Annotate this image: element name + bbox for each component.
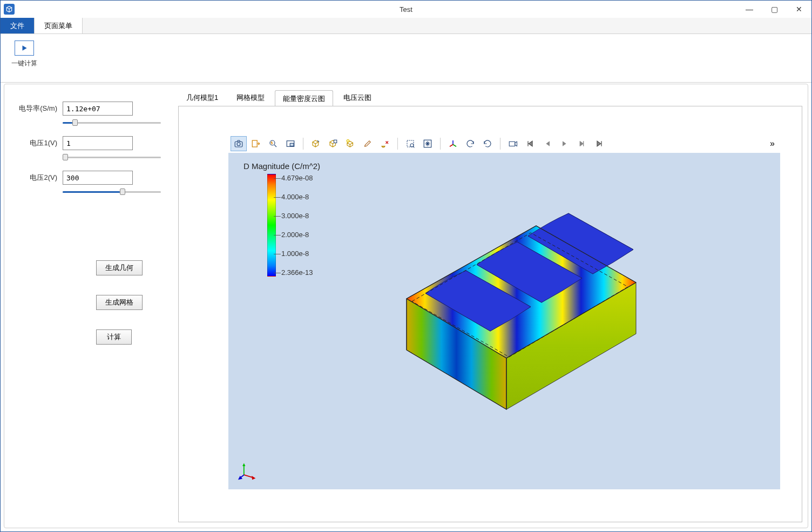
legend-tick: 4.679e-08 — [281, 174, 313, 182]
voltage2-slider[interactable] — [63, 188, 161, 196]
toolbar-separator — [397, 138, 398, 150]
box-edit-icon[interactable] — [308, 136, 324, 151]
svg-rect-6 — [334, 140, 337, 143]
legend-tick: 4.000e-8 — [281, 193, 313, 201]
window-title: Test — [400, 5, 412, 14]
skip-start-icon[interactable] — [522, 136, 538, 151]
rotate-ccw-icon[interactable] — [479, 136, 496, 151]
lightbulb-box-icon[interactable] — [342, 136, 358, 151]
voltage2-label: 电压2(V) — [15, 173, 63, 183]
menu-page[interactable]: 页面菜单 — [35, 18, 83, 33]
voltage1-slider[interactable] — [63, 153, 161, 161]
rotate-cw-icon[interactable] — [462, 136, 478, 151]
color-legend: D Magnitude (C/m^2) 4.679e-084.000e-83.0… — [243, 161, 320, 277]
generate-geometry-button[interactable]: 生成几何 — [96, 260, 143, 275]
conductivity-slider[interactable] — [63, 119, 161, 126]
menubar: 文件 页面菜单 — [1, 18, 811, 34]
conductivity-input[interactable] — [63, 102, 133, 116]
tabs: 几何模型1 网格模型 能量密度云图 电压云图 — [178, 90, 802, 106]
conductivity-label: 电导率(S/m) — [15, 104, 63, 113]
camera-icon[interactable] — [231, 136, 247, 151]
generate-mesh-button[interactable]: 生成网格 — [96, 295, 143, 310]
film-icon[interactable] — [505, 136, 521, 151]
box-layers-icon[interactable] — [325, 136, 341, 151]
compute-button[interactable]: 计算 — [96, 329, 132, 345]
play-icon — [15, 41, 34, 56]
compute-all-button[interactable]: 一键计算 — [7, 38, 42, 70]
ribbon: 一键计算 — [1, 34, 811, 83]
svg-point-9 — [410, 144, 414, 147]
prev-icon[interactable] — [539, 136, 556, 151]
toolbar-separator — [500, 138, 500, 150]
brush-icon[interactable] — [360, 136, 376, 151]
export-icon[interactable] — [248, 136, 264, 151]
viewport-toolbar: » — [228, 134, 780, 153]
sidebar: 电导率(S/m) 电压1(V) 电压2(V) — [4, 84, 172, 381]
fit-view-icon[interactable] — [419, 136, 436, 151]
tab-mesh[interactable]: 网格模型 — [228, 90, 273, 106]
svg-point-7 — [347, 140, 349, 143]
voltage1-label: 电压1(V) — [15, 138, 63, 148]
toolbar-more-icon[interactable]: » — [770, 139, 778, 149]
app-icon — [4, 4, 15, 15]
svg-marker-19 — [242, 463, 245, 466]
compute-all-label: 一键计算 — [11, 59, 37, 68]
close-button[interactable]: ✕ — [787, 1, 811, 18]
tab-energy-density[interactable]: 能量密度云图 — [275, 90, 333, 106]
zoom-lightning-icon[interactable] — [265, 136, 281, 151]
svg-point-1 — [237, 143, 240, 146]
minimize-button[interactable]: — — [737, 1, 762, 18]
select-area-icon[interactable] — [402, 136, 418, 151]
titlebar: Test — ▢ ✕ — [1, 1, 811, 18]
voltage1-input[interactable] — [63, 136, 133, 150]
axis-triad-icon — [238, 461, 258, 481]
play-icon[interactable] — [557, 136, 573, 151]
voltage2-input[interactable] — [63, 171, 133, 185]
render-viewport[interactable]: D Magnitude (C/m^2) 4.679e-084.000e-83.0… — [228, 153, 780, 489]
tab-geometry[interactable]: 几何模型1 — [178, 90, 226, 106]
svg-rect-11 — [509, 142, 515, 146]
legend-tick: 3.000e-8 — [281, 212, 313, 220]
skip-end-icon[interactable] — [591, 136, 607, 151]
viewport-frame: » D Magnitude (C/m^2) 4.679e-084.000e-83… — [178, 106, 802, 522]
colorbar — [267, 174, 276, 277]
legend-tick: 2.000e-8 — [281, 231, 313, 239]
legend-tick: 1.000e-8 — [281, 250, 313, 258]
svg-rect-5 — [290, 143, 294, 146]
tab-voltage[interactable]: 电压云图 — [335, 90, 380, 106]
maximize-button[interactable]: ▢ — [762, 1, 787, 18]
svg-marker-21 — [252, 476, 255, 480]
view-region-icon[interactable] — [282, 136, 299, 151]
menu-file[interactable]: 文件 — [1, 18, 35, 33]
erase-axis-icon[interactable] — [377, 136, 393, 151]
legend-title: D Magnitude (C/m^2) — [243, 161, 320, 171]
next-icon[interactable] — [574, 136, 590, 151]
legend-tick: 2.366e-13 — [281, 268, 313, 277]
axes-xyz-icon[interactable] — [445, 136, 461, 151]
svg-rect-2 — [252, 140, 257, 147]
simulation-model — [336, 191, 639, 423]
toolbar-separator — [440, 138, 441, 150]
toolbar-separator — [303, 138, 303, 150]
